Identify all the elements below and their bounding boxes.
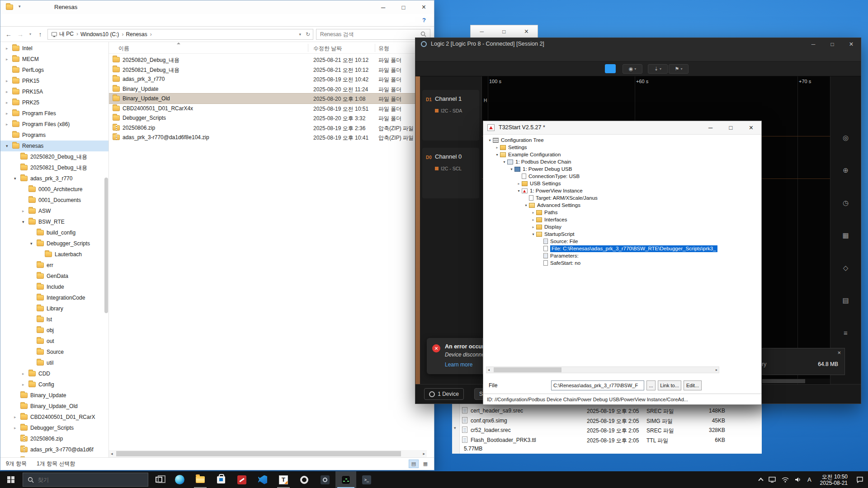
sidebar-item[interactable]: CDD	[0, 368, 108, 379]
bookmark-icon[interactable]: ◇	[843, 264, 849, 272]
sidebar-item[interactable]: Program Files (x86)	[0, 119, 108, 130]
file-row[interactable]: Binary_Update_Old 2025-08-20 오후 1:08 파일 …	[109, 94, 428, 103]
sidebar-item[interactable]: Include	[0, 282, 108, 292]
visibility-icon[interactable]: ◎	[843, 134, 849, 141]
expander-icon[interactable]	[523, 203, 529, 207]
tree-item[interactable]: StartupScript	[486, 230, 719, 238]
sidebar-item[interactable]: adas_prk_3_r770	[0, 173, 108, 184]
sidebar-item[interactable]: Library	[0, 303, 108, 314]
sidebar-item[interactable]: Lauterbach	[0, 249, 108, 260]
expander-icon[interactable]	[487, 138, 493, 142]
file-row[interactable]: Debugger_Scripts 2025-08-20 오후 3:32 파일 폴…	[109, 113, 428, 123]
sidebar-item[interactable]: Source	[0, 347, 108, 357]
expander-icon[interactable]	[530, 225, 536, 229]
breadcrumb-item[interactable]: 내 PC	[59, 30, 78, 38]
ime-indicator[interactable]: A	[807, 476, 811, 483]
sidebar-item[interactable]: MECM	[0, 54, 108, 65]
t32-button[interactable]	[712, 179, 759, 192]
expander-icon[interactable]	[22, 371, 28, 376]
volume-icon[interactable]	[795, 477, 802, 483]
file-row[interactable]: adas_prk_3-r770@da1d6f8e104.zip 2025-08-…	[109, 132, 428, 142]
expander-icon[interactable]	[494, 145, 500, 150]
column-divider[interactable]	[375, 44, 375, 52]
capture-settings-icon[interactable]: ⊕	[843, 167, 849, 174]
learn-more-link[interactable]: Learn more	[445, 361, 472, 368]
flag-tool-button[interactable]: ⚑▾	[669, 64, 689, 74]
tree-item[interactable]: File: C:\Renesas\adas_prk_3_r770\BSW_RTE…	[486, 245, 719, 252]
minimize-button[interactable]	[804, 38, 823, 50]
expander-icon[interactable]	[501, 160, 507, 164]
tree-item[interactable]: Target: ARM/XScale/Janus	[486, 194, 719, 202]
expander-icon[interactable]	[494, 153, 500, 157]
expander-icon[interactable]	[530, 211, 536, 215]
expander-icon[interactable]	[22, 220, 28, 224]
sidebar-item[interactable]: Binary_Update_Old	[0, 401, 108, 412]
close-icon[interactable]: ×	[837, 349, 841, 356]
scrollbar-thumb[interactable]	[762, 379, 805, 383]
taskbar-search[interactable]	[23, 473, 148, 487]
file-row[interactable]: 20250821_Debug_내용 2025-08-21 오전 10:12 파일…	[109, 65, 428, 75]
maximize-button[interactable]	[823, 38, 842, 50]
sidebar-item[interactable]: 20250806.zip	[0, 433, 108, 444]
sidebar-item[interactable]: 20250820_Debug_내용	[0, 151, 108, 162]
sidebar-item[interactable]: PRK25	[0, 97, 108, 108]
tree-item[interactable]: 1: Podbus Device Chain	[486, 158, 719, 165]
start-button[interactable]	[0, 471, 22, 488]
tree-item[interactable]: Paths	[486, 209, 719, 216]
sidebar-scrollbar[interactable]	[104, 178, 108, 313]
close-button[interactable]	[414, 0, 434, 14]
expander-icon[interactable]	[516, 182, 522, 186]
file-row[interactable]: cr52_loader.srec 2025-08-19 오후 2:05 SREC…	[452, 425, 762, 435]
link-to-button[interactable]: Link to...	[658, 380, 681, 390]
file-row[interactable]: Binary_Update 2025-08-20 오전 11:24 파일 폴더	[109, 84, 428, 94]
scroll-left-icon[interactable]: ◂	[488, 368, 490, 372]
close-button[interactable]	[842, 38, 861, 50]
trace32-powerview-icon[interactable]	[231, 471, 252, 488]
t32-button[interactable]	[712, 154, 759, 166]
sidebar-item[interactable]: Debugger_Scripts	[0, 422, 108, 433]
column-header-name[interactable]: 이름	[118, 45, 129, 52]
sidebar-item[interactable]: Binary_Update	[0, 390, 108, 401]
recent-locations-icon[interactable]: ▾	[28, 32, 33, 36]
sidebar-item[interactable]: IntegrationCode	[0, 292, 108, 303]
expander-icon[interactable]	[6, 122, 12, 127]
hidden-icons-chevron[interactable]	[758, 478, 763, 483]
tree-item[interactable]: Parameters:	[486, 252, 719, 259]
tree-item[interactable]: 1: PowerView Instance	[486, 187, 719, 194]
tree-item[interactable]: SafeStart: no	[486, 259, 719, 267]
maximize-icon[interactable]	[493, 25, 515, 38]
sidebar-item[interactable]: Program Files	[0, 108, 108, 119]
tree-item[interactable]: USB Settings	[486, 180, 719, 187]
expander-icon[interactable]	[6, 144, 12, 148]
help-icon[interactable]: ?	[422, 17, 426, 23]
expander-icon[interactable]	[6, 57, 12, 61]
scrollbar-thumb[interactable]	[494, 367, 561, 372]
taskbar-search-input[interactable]	[38, 477, 143, 483]
breadcrumb-item[interactable]: Windows10 (C:)	[80, 31, 123, 38]
sidebar-item[interactable]: util	[0, 357, 108, 368]
column-header-type[interactable]: 유형	[378, 45, 389, 52]
sidebar-item[interactable]: err	[0, 260, 108, 271]
scroll-right-icon[interactable]: ▸	[423, 451, 425, 456]
channel-block[interactable]: D1 Channel 1 I2C - SDA	[422, 90, 479, 141]
logic2-icon[interactable]	[335, 471, 356, 488]
sidebar-item[interactable]: Debugger_Scripts	[0, 238, 108, 249]
measurements-icon[interactable]: ▤	[842, 297, 849, 304]
expander-icon[interactable]	[22, 382, 28, 387]
maximize-button[interactable]	[721, 121, 741, 134]
expander-icon[interactable]	[14, 176, 20, 181]
horizontal-scrollbar[interactable]: ◂ ▸	[109, 450, 427, 457]
t32-button[interactable]	[712, 217, 759, 230]
forward-button[interactable]: →	[16, 31, 25, 38]
settings-gear-icon[interactable]	[294, 471, 315, 488]
t32start-icon[interactable]	[273, 471, 294, 488]
terminal-icon[interactable]	[356, 471, 377, 488]
t32-button[interactable]	[712, 141, 759, 154]
ribbon-tab[interactable]	[0, 14, 17, 26]
expander-icon[interactable]	[509, 167, 514, 171]
device-button[interactable]: 1 Device	[424, 388, 464, 400]
t32-button[interactable]	[712, 192, 759, 204]
column-divider[interactable]	[308, 44, 308, 52]
sidebar-item[interactable]: adas_prk_3-r770@da1d6f	[0, 444, 108, 455]
expander-icon[interactable]	[6, 111, 12, 116]
